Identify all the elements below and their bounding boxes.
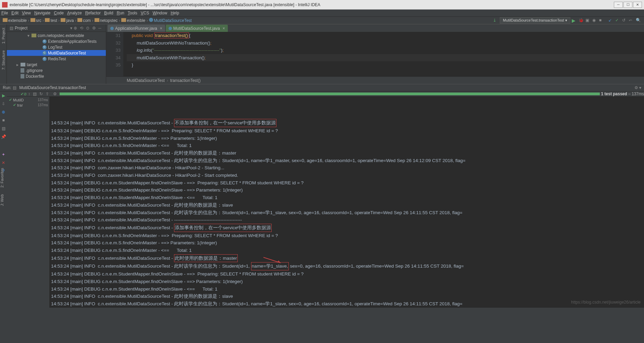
left-tab-structure[interactable]: 7: Structure bbox=[1, 50, 5, 70]
code-line[interactable]: public void transactionTest(){ bbox=[127, 32, 644, 39]
expand-arrow-icon[interactable]: ▸ bbox=[16, 62, 21, 67]
debug-icon[interactable]: 🐞 bbox=[579, 18, 584, 23]
check-icon[interactable]: ✔ bbox=[21, 92, 24, 96]
run-settings-icon[interactable]: ⚙ ▾ bbox=[634, 85, 641, 90]
stop-run-icon[interactable]: ■ bbox=[1, 118, 6, 123]
tree-node-com-netopstec-extensible[interactable]: ▾com.netopstec.extensible bbox=[7, 33, 106, 38]
menu-view[interactable]: View bbox=[22, 11, 31, 15]
toggle-test-icon[interactable]: ⇩ bbox=[1, 101, 6, 107]
code-line[interactable]: } bbox=[127, 61, 644, 69]
left-tab-web[interactable]: J: Web bbox=[0, 194, 4, 206]
test-row[interactable]: ✔ MutilD137ms bbox=[8, 97, 48, 102]
crumb-src[interactable]: src bbox=[36, 18, 41, 23]
menu-build[interactable]: Build bbox=[104, 11, 113, 15]
project-panel-title: Project bbox=[15, 26, 70, 30]
project-icon: ▤ bbox=[10, 26, 13, 30]
stop-icon[interactable]: ■ bbox=[599, 18, 605, 23]
minimize-button[interactable]: ─ bbox=[614, 2, 623, 8]
menu-file[interactable]: File bbox=[1, 11, 8, 15]
wand-icon[interactable]: ✦ bbox=[1, 152, 6, 157]
class-icon bbox=[169, 27, 172, 30]
console-output[interactable]: https://blog.csdn.net/jiuweige26/article… bbox=[50, 97, 644, 308]
profile-icon[interactable]: ◉ bbox=[592, 18, 598, 23]
code-body[interactable]: public void transactionTest(){ mutilData… bbox=[123, 32, 644, 76]
test-row[interactable]: ✔ trar137ms bbox=[8, 102, 48, 108]
console-line: 14:53:24 [main] INFO c.n.extensible.Muti… bbox=[51, 262, 644, 270]
test-tree-panel[interactable]: ✔ MutilD137ms✔ trar137ms bbox=[7, 97, 50, 308]
locate-icon[interactable]: ⊙ bbox=[86, 26, 91, 30]
show-passed-icon[interactable]: ⊕ bbox=[1, 109, 6, 115]
tree-node-target[interactable]: ▸target bbox=[7, 62, 106, 68]
close-button[interactable]: ✕ bbox=[633, 2, 642, 8]
settings-icon[interactable]: ⚙ bbox=[92, 26, 97, 30]
menu-help[interactable]: Help bbox=[171, 11, 179, 15]
menu-tools[interactable]: Tools bbox=[128, 11, 137, 15]
crumb-extensible[interactable]: extensible bbox=[8, 18, 27, 23]
tree-node-MutilDataSourceTest[interactable]: CMutilDataSourceTest bbox=[7, 50, 106, 56]
menu-refactor[interactable]: Refactor bbox=[85, 11, 101, 15]
code-line[interactable]: mutilDataSourceWithTransaction(); bbox=[127, 54, 644, 62]
hide-icon[interactable]: ─ bbox=[98, 26, 103, 30]
menu-analyze[interactable]: Analyze bbox=[67, 11, 82, 15]
coverage-icon[interactable]: ▣ bbox=[585, 18, 591, 23]
tab-label: MutilDataSourceTest.java bbox=[173, 26, 220, 31]
export-icon[interactable]: ⇪ bbox=[46, 91, 49, 96]
search-icon[interactable]: 🔍 bbox=[636, 18, 641, 23]
crumb-test[interactable]: test bbox=[50, 18, 57, 23]
tree-node-Dockerfile[interactable]: Dockerfile bbox=[7, 73, 106, 79]
run-config-selector[interactable]: MutilDataSourceTest.transactionTest ▾ bbox=[500, 17, 570, 24]
vcs-rollback-icon[interactable]: ⤺ bbox=[629, 18, 634, 23]
cancel-icon[interactable]: ✕ bbox=[1, 160, 6, 166]
vcs-history-icon[interactable]: ↺ bbox=[622, 18, 628, 23]
menu-navigate[interactable]: Navigate bbox=[34, 11, 50, 15]
maximize-button[interactable]: ☐ bbox=[623, 2, 632, 8]
left-tab-project[interactable]: 1: Project bbox=[1, 28, 5, 44]
rerun-icon[interactable]: ▶ bbox=[1, 93, 6, 98]
project-tree[interactable]: ▾com.netopstec.extensibleCExtensibleAppl… bbox=[7, 32, 106, 80]
crumb-netopstec[interactable]: netopstec bbox=[100, 18, 118, 23]
close-tab-icon[interactable]: × bbox=[223, 26, 225, 31]
editor-breadcrumb[interactable]: MutilDataSourceTest › transactionTest() bbox=[106, 76, 644, 84]
menu-code[interactable]: Code bbox=[54, 11, 64, 15]
console-line: 14:53:24 [main] INFO com.zaxxer.hikari.H… bbox=[51, 172, 644, 179]
crumb-extensible[interactable]: extensible bbox=[127, 18, 145, 23]
tree-node-LogTest[interactable]: CLogTest bbox=[7, 44, 106, 50]
tree-node-ExtensibleApplicationTests[interactable]: CExtensibleApplicationTests bbox=[7, 38, 106, 44]
sort-icon[interactable]: ↕ bbox=[28, 91, 30, 96]
check-icon-2[interactable]: ⊘ bbox=[24, 92, 27, 96]
menu-vcs[interactable]: VCS bbox=[141, 11, 149, 15]
pin-icon[interactable]: 📌 bbox=[1, 134, 6, 139]
tab-MutilDataSourceTest.java[interactable]: MutilDataSourceTest.java× bbox=[166, 25, 228, 32]
filter-icon[interactable]: ▤ bbox=[33, 91, 37, 96]
tab-ApplicationRunner.java[interactable]: ApplicationRunner.java× bbox=[108, 25, 165, 32]
layout-icon[interactable]: ▧ bbox=[1, 126, 6, 131]
expand-arrow-icon[interactable]: ▾ bbox=[27, 33, 32, 38]
code-line[interactable]: mutilDataSourceWithNoTransaction(); bbox=[127, 39, 644, 47]
menu-window[interactable]: Window bbox=[152, 11, 167, 15]
code-editor[interactable]: 3132333435 public void transactionTest()… bbox=[106, 32, 644, 76]
crumb-com[interactable]: com bbox=[83, 18, 91, 23]
tree-node--gitignore[interactable]: .gitignore bbox=[7, 68, 106, 73]
menu-edit[interactable]: Edit bbox=[11, 11, 18, 15]
nav-breadcrumb-row: extensible › src › test › java › com › n… bbox=[0, 17, 644, 24]
vcs-commit-icon[interactable]: ✓ bbox=[615, 18, 621, 23]
collapse-icon[interactable]: ⊕ bbox=[74, 26, 78, 30]
breadcrumb-method[interactable]: transactionTest() bbox=[170, 78, 201, 83]
gear-icon[interactable]: ⚙ bbox=[53, 91, 57, 96]
menu-run[interactable]: Run bbox=[117, 11, 124, 15]
tree-node-RedisTest[interactable]: CRedisTest bbox=[7, 56, 106, 62]
left-tab-favorites[interactable]: 2: Favorites bbox=[0, 168, 4, 187]
console-line: 14:53:24 [main] INFO c.n.extensible.Muti… bbox=[51, 300, 644, 308]
tree-nav-icon[interactable]: ⟲ bbox=[80, 26, 85, 30]
breadcrumb-class[interactable]: MutilDataSourceTest bbox=[127, 78, 165, 83]
close-tab-icon[interactable]: × bbox=[160, 26, 162, 31]
breadcrumb[interactable]: extensible › src › test › java › com › n… bbox=[3, 18, 192, 23]
build-icon[interactable]: ⤓ bbox=[493, 18, 498, 23]
history-icon[interactable]: ↻ bbox=[39, 91, 43, 96]
crumb-java[interactable]: java bbox=[66, 18, 74, 23]
run-button-icon[interactable]: ▶ bbox=[572, 18, 577, 23]
code-line[interactable]: log.info("------------------------------… bbox=[127, 47, 644, 54]
vcs-update-icon[interactable]: ↙ bbox=[608, 18, 614, 23]
crumb-class[interactable]: MutilDataSourceTest bbox=[154, 18, 192, 23]
test-time: 137ms bbox=[38, 103, 48, 107]
